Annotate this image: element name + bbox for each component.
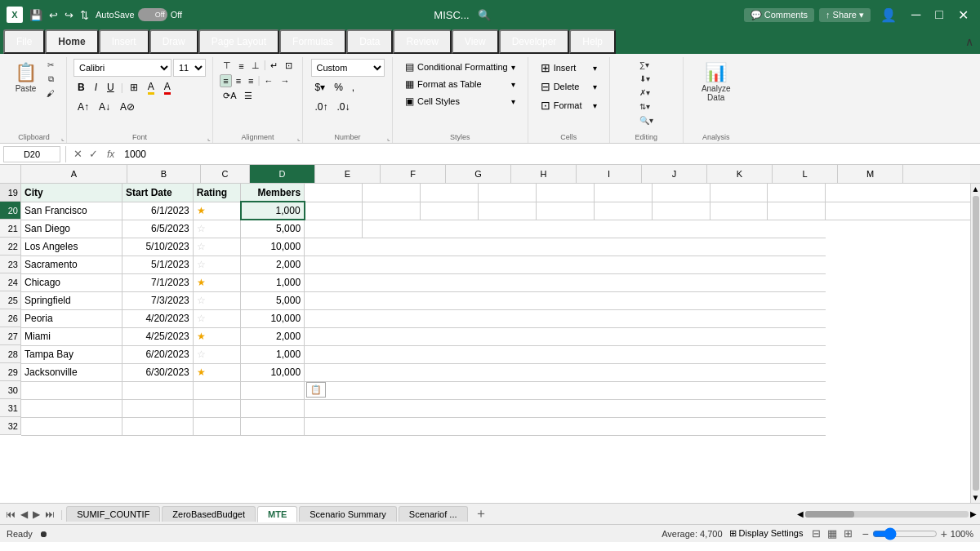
col-header-m[interactable]: M — [838, 165, 903, 183]
cell-d31[interactable] — [241, 399, 305, 417]
col-header-d[interactable]: D — [250, 165, 315, 183]
sheet-tab-sumif[interactable]: SUMIF_COUNTIF — [66, 506, 160, 522]
cell-c23[interactable]: ☆ — [193, 256, 240, 273]
col-header-g[interactable]: G — [446, 165, 511, 183]
cell-c24[interactable]: ★ — [193, 273, 240, 291]
cell-d27[interactable]: 2,000 — [241, 327, 305, 345]
font-color-button[interactable]: A — [160, 78, 175, 96]
cell-a31[interactable] — [21, 399, 122, 417]
sort-filter-btn[interactable]: ⇅▾ — [636, 100, 657, 113]
underline-button[interactable]: U — [103, 78, 118, 96]
row-num-19[interactable]: 19 — [0, 184, 21, 202]
cell-l20[interactable] — [710, 202, 768, 220]
sort-btn[interactable]: ⇅ — [78, 7, 91, 23]
sheet-nav-next[interactable]: ▶ — [30, 509, 42, 520]
cell-b30[interactable] — [122, 381, 193, 399]
comma-btn[interactable]: , — [348, 78, 359, 96]
delete-cells-btn[interactable]: ⊟ Delete ▾ — [535, 78, 603, 96]
vertical-scrollbar[interactable]: ▲ ▼ — [970, 184, 980, 503]
cell-g20[interactable] — [420, 202, 478, 220]
clear-btn[interactable]: ✗▾ — [636, 87, 657, 99]
copy-button[interactable]: ⧉ — [43, 73, 58, 86]
cell-m20[interactable] — [768, 202, 826, 220]
display-settings-btn[interactable]: ⊞ Display Settings — [729, 528, 804, 539]
cell-e21[interactable] — [305, 220, 363, 238]
sheet-nav-first[interactable]: ⏮ — [3, 509, 18, 520]
cell-e20[interactable] — [305, 202, 363, 220]
sheet-tab-scenariof[interactable]: Scenariof ... — [399, 506, 468, 522]
sheet-nav-last[interactable]: ⏭ — [42, 509, 57, 520]
cell-c30[interactable] — [193, 381, 240, 399]
tab-view[interactable]: View — [452, 29, 499, 54]
col-header-f[interactable]: F — [381, 165, 446, 183]
row-num-25[interactable]: 25 — [0, 291, 21, 309]
cell-a25[interactable]: Springfield — [21, 291, 122, 309]
cell-j20[interactable] — [594, 202, 652, 220]
col-header-l[interactable]: L — [773, 165, 838, 183]
sheet-tab-scenario[interactable]: Scenario Summary — [299, 506, 397, 522]
decrease-decimal-btn[interactable]: .0↓ — [333, 98, 354, 116]
cell-c32[interactable] — [193, 417, 240, 435]
tab-home[interactable]: Home — [45, 29, 98, 54]
cell-f20[interactable] — [363, 202, 421, 220]
cell-d26[interactable]: 10,000 — [241, 309, 305, 327]
cell-a19[interactable]: City — [21, 184, 122, 202]
number-expand[interactable]: ⌞ — [387, 135, 390, 142]
cell-c25[interactable]: ☆ — [193, 291, 240, 309]
ribbon-collapse-btn[interactable]: ∧ — [962, 29, 977, 54]
insert-cells-btn[interactable]: ⊞ Insert ▾ — [535, 59, 603, 77]
increase-font-button[interactable]: A↑ — [74, 98, 93, 116]
row-num-23[interactable]: 23 — [0, 256, 21, 273]
cell-b24[interactable]: 7/1/2023 — [122, 273, 193, 291]
undo-btn[interactable]: ↩ — [47, 7, 60, 23]
col-header-e[interactable]: E — [315, 165, 381, 183]
cell-b26[interactable]: 4/20/2023 — [122, 309, 193, 327]
autosave-toggle[interactable] — [138, 8, 167, 21]
scroll-up-btn[interactable]: ▲ — [971, 184, 980, 194]
cell-d29[interactable]: 10,000 — [241, 363, 305, 381]
bold-button[interactable]: B — [74, 78, 89, 96]
middle-align-btn[interactable]: ≡ — [235, 59, 247, 73]
indent-dec-btn[interactable]: ← — [261, 74, 277, 87]
profile-btn[interactable]: 👤 — [875, 6, 902, 24]
col-header-i[interactable]: I — [577, 165, 642, 183]
sheet-tab-mte[interactable]: MTE — [257, 506, 297, 522]
row-num-22[interactable]: 22 — [0, 238, 21, 256]
col-header-j[interactable]: J — [642, 165, 707, 183]
row-num-26[interactable]: 26 — [0, 309, 21, 327]
cell-c31[interactable] — [193, 399, 240, 417]
analyze-data-btn[interactable]: 📊 AnalyzeData — [697, 59, 736, 105]
cell-e19[interactable] — [305, 184, 363, 202]
font-size-select[interactable]: 11 — [173, 59, 206, 77]
percent-btn[interactable]: % — [330, 78, 347, 96]
number-format-select[interactable]: Custom — [311, 59, 385, 77]
tab-draw[interactable]: Draw — [149, 29, 198, 54]
row-num-21[interactable]: 21 — [0, 220, 21, 238]
cancel-formula-btn[interactable]: ✕ — [71, 147, 85, 161]
cell-a28[interactable]: Tampa Bay — [21, 345, 122, 363]
right-align-btn[interactable]: ≡ — [245, 74, 256, 87]
cell-d20-selected[interactable]: 1,000 — [241, 202, 305, 220]
comments-btn[interactable]: 💬 Comments — [744, 8, 814, 22]
cell-i19[interactable] — [536, 184, 594, 202]
row-num-30[interactable]: 30 — [0, 381, 21, 399]
tab-help[interactable]: Help — [569, 29, 616, 54]
cell-b21[interactable]: 6/5/2023 — [122, 220, 193, 238]
row-num-27[interactable]: 27 — [0, 327, 21, 345]
wrap-text-btn[interactable]: ↵ — [267, 59, 281, 73]
share-btn[interactable]: ↑ Share ▾ — [819, 8, 871, 22]
cell-b27[interactable]: 4/25/2023 — [122, 327, 193, 345]
clear-format-button[interactable]: A⊘ — [116, 98, 139, 116]
cell-a29[interactable]: Jacksonville — [21, 363, 122, 381]
row-num-31[interactable]: 31 — [0, 399, 21, 417]
paste-button[interactable]: 📋 Paste — [10, 59, 42, 96]
cell-a20[interactable]: San Francisco — [21, 202, 122, 220]
cell-b20[interactable]: 6/1/2023 — [122, 202, 193, 220]
cell-a32[interactable] — [21, 417, 122, 435]
indent-inc-btn[interactable]: → — [278, 74, 293, 87]
cell-reference-box[interactable] — [3, 146, 60, 162]
cell-c27[interactable]: ★ — [193, 327, 240, 345]
cell-b23[interactable]: 5/1/2023 — [122, 256, 193, 273]
confirm-formula-btn[interactable]: ✓ — [87, 147, 100, 161]
row-num-29[interactable]: 29 — [0, 363, 21, 381]
